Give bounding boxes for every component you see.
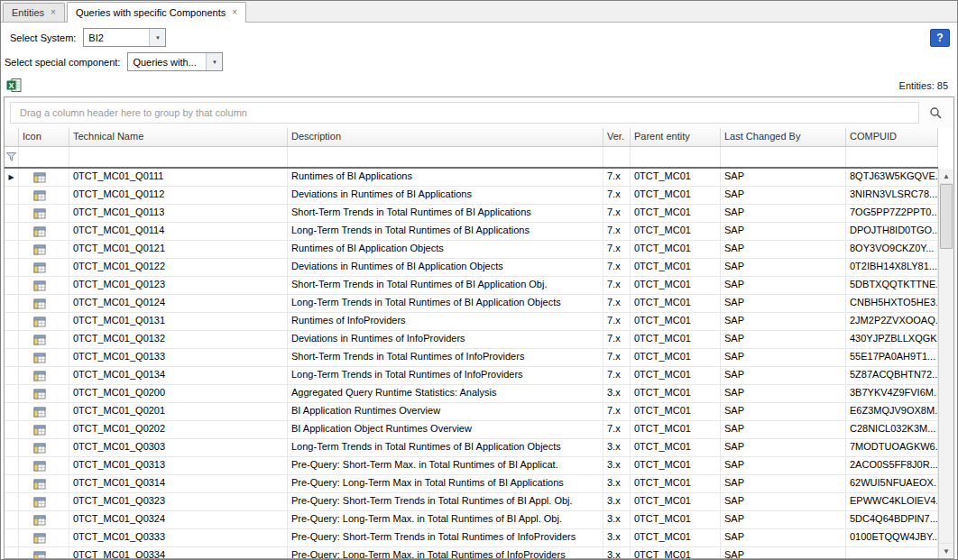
column-header-technical-name[interactable]: Technical Name	[69, 128, 288, 146]
query-icon	[33, 496, 46, 509]
row-indicator	[5, 547, 19, 558]
cell-version: 3.x	[603, 529, 631, 546]
table-row[interactable]: 0TCT_MC01_Q0132 Deviations in Runtimes o…	[5, 331, 938, 349]
cell-technical-name: 0TCT_MC01_Q0323	[69, 493, 288, 510]
cell-parent-entity: 0TCT_MC01	[631, 385, 721, 402]
tab-queries-with-specific-components[interactable]: Queries with specific Components ×	[67, 2, 246, 23]
search-button[interactable]	[923, 102, 948, 124]
cell-last-changed-by: SAP	[721, 223, 846, 240]
table-row[interactable]: 0TCT_MC01_Q0134 Long-Term Trends in Tota…	[5, 367, 938, 385]
scroll-down-button[interactable]: ▼	[939, 543, 953, 558]
tab-entities-close-icon[interactable]: ×	[51, 8, 56, 17]
select-system-combobox[interactable]: BI2 ▼	[83, 28, 166, 47]
filter-cell-icon[interactable]	[19, 147, 69, 167]
cell-technical-name: 0TCT_MC01_Q0124	[69, 295, 288, 312]
tab-bar: Entities × Queries with specific Compone…	[1, 1, 957, 23]
cell-last-changed-by: SAP	[721, 493, 846, 510]
filter-cell-technical-name[interactable]	[69, 147, 288, 167]
scroll-up-button[interactable]: ▲	[939, 169, 953, 184]
cell-description: Pre-Query: Short-Term Trends in Total Ru…	[288, 529, 603, 546]
table-row[interactable]: 0TCT_MC01_Q0334 Pre-Query: Long-Term Max…	[5, 547, 938, 558]
table-row[interactable]: 0TCT_MC01_Q0314 Pre-Query: Long-Term Max…	[5, 475, 938, 493]
cell-description: Pre-Query: Long-Term Max in Total Runtim…	[288, 475, 603, 492]
table-row[interactable]: 0TCT_MC01_Q0323 Pre-Query: Short-Term Tr…	[5, 493, 938, 511]
filter-cell-parent-entity[interactable]	[631, 147, 721, 167]
table-row[interactable]: 0TCT_MC01_Q0200 Aggregated Query Runtime…	[5, 385, 938, 403]
cell-technical-name: 0TCT_MC01_Q0313	[69, 457, 288, 474]
query-icon	[33, 478, 46, 491]
cell-version: 7.x	[603, 223, 631, 240]
column-header-description[interactable]: Description	[288, 128, 603, 146]
export-excel-button[interactable]: X	[6, 78, 22, 93]
row-indicator	[5, 385, 19, 402]
row-indicator	[5, 259, 19, 276]
table-row[interactable]: 0TCT_MC01_Q0124 Long-Term Trends in Tota…	[5, 295, 938, 313]
query-icon	[33, 316, 46, 328]
vertical-scrollbar[interactable]: ▲ ▼	[938, 169, 953, 558]
column-header-ver[interactable]: Ver.	[603, 128, 631, 146]
table-row[interactable]: 0TCT_MC01_Q0303 Long-Term Trends in Tota…	[5, 439, 938, 457]
help-button[interactable]: ?	[930, 29, 950, 47]
row-icon-cell	[19, 403, 69, 420]
cell-technical-name: 0TCT_MC01_Q0201	[69, 403, 288, 420]
group-by-panel: Drag a column header here to group by th…	[5, 97, 953, 128]
tab-queries-close-icon[interactable]: ×	[232, 8, 237, 17]
cell-technical-name: 0TCT_MC01_Q0134	[69, 367, 288, 384]
table-row[interactable]: 0TCT_MC01_Q0133 Short-Term Trends in Tot…	[5, 349, 938, 367]
table-row[interactable]: 0TCT_MC01_Q0131 Runtimes of InfoProvider…	[5, 313, 938, 331]
filter-cell-last-changed-by[interactable]	[721, 147, 846, 167]
tab-entities[interactable]: Entities ×	[3, 3, 65, 22]
row-indicator	[5, 511, 19, 528]
filter-row-indicator	[5, 147, 19, 167]
cell-description: Deviations in Runtimes of InfoProviders	[288, 331, 603, 348]
table-row[interactable]: 0TCT_MC01_Q0201 BI Application Runtimes …	[5, 403, 938, 421]
cell-last-changed-by: SAP	[721, 385, 846, 402]
filter-cell-version[interactable]	[603, 147, 631, 167]
cell-parent-entity: 0TCT_MC01	[631, 493, 721, 510]
table-row[interactable]: ▶ 0TCT_MC01_Q0111 Runtimes of BI Applica…	[5, 169, 938, 187]
column-header-parent-entity[interactable]: Parent entity	[631, 128, 721, 146]
cell-version: 7.x	[603, 403, 631, 420]
query-icon	[33, 442, 46, 454]
column-header-icon[interactable]: Icon	[19, 128, 69, 146]
cell-description: Long-Term Trends in Total Runtimes of BI…	[288, 223, 603, 240]
group-by-hint: Drag a column header here to group by th…	[10, 102, 919, 124]
chevron-down-icon[interactable]: ▼	[206, 53, 222, 70]
select-component-label: Select special component:	[5, 57, 120, 68]
column-header-last-changed-by[interactable]: Last Changed By	[721, 128, 846, 146]
query-icon	[33, 514, 46, 527]
table-row[interactable]: 0TCT_MC01_Q0112 Deviations in Runtimes o…	[5, 187, 938, 205]
cell-description: Pre-Query: Long-Term Max. in Total Runti…	[288, 547, 603, 558]
svg-text:X: X	[8, 81, 14, 90]
query-icon	[33, 352, 46, 364]
cell-technical-name: 0TCT_MC01_Q0333	[69, 529, 288, 546]
cell-last-changed-by: SAP	[721, 367, 846, 384]
table-row[interactable]: 0TCT_MC01_Q0313 Pre-Query: Short-Term Ma…	[5, 457, 938, 475]
cell-last-changed-by: SAP	[721, 511, 846, 528]
row-indicator-header	[5, 128, 19, 146]
table-row[interactable]: 0TCT_MC01_Q0121 Runtimes of BI Applicati…	[5, 241, 938, 259]
filter-cell-description[interactable]	[288, 147, 603, 167]
table-row[interactable]: 0TCT_MC01_Q0122 Deviations in Runtimes o…	[5, 259, 938, 277]
table-row[interactable]: 0TCT_MC01_Q0114 Long-Term Trends in Tota…	[5, 223, 938, 241]
table-row[interactable]: 0TCT_MC01_Q0123 Short-Term Trends in Tot…	[5, 277, 938, 295]
cell-description: Pre-Query: Short-Term Max. in Total Runt…	[288, 457, 603, 474]
cell-last-changed-by: SAP	[721, 403, 846, 420]
filter-cell-compuid[interactable]	[846, 147, 938, 167]
chevron-down-icon[interactable]: ▼	[149, 29, 165, 46]
table-row[interactable]: 0TCT_MC01_Q0202 BI Application Object Ru…	[5, 421, 938, 439]
cell-compuid: C28NICL032K3M...	[846, 421, 938, 438]
cell-description: Short-Term Trends in Total Runtimes of I…	[288, 349, 603, 366]
table-row[interactable]: 0TCT_MC01_Q0333 Pre-Query: Short-Term Tr…	[5, 529, 938, 547]
select-system-row: Select System: BI2 ▼ ?	[1, 23, 957, 50]
select-component-combobox[interactable]: Queries with... ▼	[127, 52, 223, 71]
query-icon	[33, 334, 46, 346]
column-header-compuid[interactable]: COMPUID	[846, 128, 938, 146]
cell-compuid: 5Z87ACQBHTN72...	[846, 367, 938, 384]
scroll-thumb[interactable]	[940, 184, 953, 249]
table-row[interactable]: 0TCT_MC01_Q0113 Short-Term Trends in Tot…	[5, 205, 938, 223]
table-row[interactable]: 0TCT_MC01_Q0324 Pre-Query: Long-Term Max…	[5, 511, 938, 529]
cell-last-changed-by: SAP	[721, 331, 846, 348]
cell-version: 3.x	[603, 439, 631, 456]
entities-count: Entities: 85	[899, 80, 950, 91]
